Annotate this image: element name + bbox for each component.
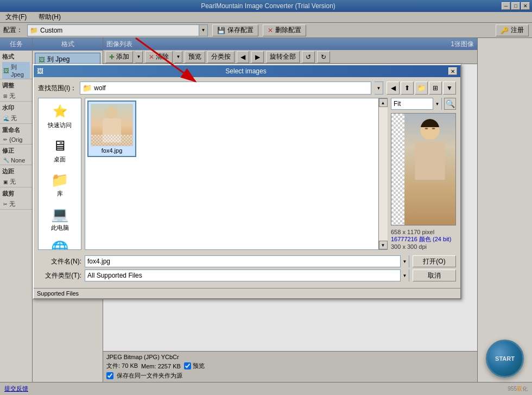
dialog-title-bar: 🖼 Select images ✕ (34, 65, 460, 77)
filetype-select[interactable]: All Supported Files ▼ (85, 269, 409, 281)
supported-files-label: Supported Files (37, 290, 79, 297)
computer-icon: 💻 (51, 205, 68, 223)
file-thumb-fox4[interactable]: fox4.jpg (87, 101, 136, 157)
sidebar-quick-access[interactable]: ⭐ 快速访问 (48, 103, 72, 129)
location-folder-icon: 📁 (83, 84, 92, 92)
sidebar-network[interactable]: 🌐 网络 (51, 240, 68, 250)
sidebar-desktop[interactable]: 🖥 桌面 (51, 137, 68, 164)
filetype-row: 文件类型(T): All Supported Files ▼ 取消 (38, 269, 456, 281)
dialog-title-icon: 🖼 (37, 67, 43, 75)
sidebar-library[interactable]: 📁 库 (51, 171, 68, 198)
dialog-nav-buttons: ◀ ⬆ 📁 ⊞ ▼ (387, 81, 456, 95)
location-label: 查找范围(I)： (38, 84, 77, 93)
filetype-value: All Supported Files (85, 272, 400, 279)
dialog-scrollbar: ▲ ▼ (378, 98, 387, 249)
scrollbar-track[interactable] (379, 107, 388, 241)
network-icon: 🌐 (51, 240, 68, 250)
image-dimensions: 658 x 1170 pixel (391, 229, 456, 235)
scrollbar-down[interactable]: ▼ (379, 241, 388, 249)
file-area-container: fox4.jpg ▲ ▼ (85, 98, 388, 250)
filetype-arrow[interactable]: ▼ (400, 269, 409, 281)
library-icon: 📁 (51, 171, 68, 189)
filename-select[interactable]: fox4.jpg ▼ (85, 255, 409, 267)
file-area[interactable]: fox4.jpg (85, 98, 378, 249)
filename-arrow[interactable]: ▼ (400, 255, 409, 267)
quick-access-icon: ⭐ (51, 103, 68, 120)
nav-view-dropdown[interactable]: ▼ (443, 81, 456, 95)
location-select[interactable]: 📁 wolf (80, 81, 371, 95)
dialog-preview-area: Fit ▼ 🔍 (391, 98, 456, 250)
preview-fit-value: Fit (391, 100, 433, 108)
dialog-sidebar: ⭐ 快速访问 🖥 桌面 📁 库 💻 此电脑 (38, 98, 81, 250)
filename-value[interactable]: fox4.jpg (85, 258, 400, 265)
open-button[interactable]: 打开(O) (413, 255, 456, 267)
image-dpi: 300 x 300 dpi (391, 243, 456, 250)
nav-back-button[interactable]: ◀ (387, 81, 400, 95)
select-images-dialog: 🖼 Select images ✕ 查找范围(I)： 📁 wolf ▼ ◀ ⬆ … (33, 64, 461, 299)
dialog-close-button[interactable]: ✕ (448, 67, 457, 75)
file-thumb-label: fox4.jpg (102, 147, 123, 154)
location-value: wolf (94, 84, 105, 92)
preview-fit-arrow[interactable]: ▼ (433, 98, 441, 110)
filename-label: 文件名(N): (38, 257, 81, 266)
location-row: 查找范围(I)： 📁 wolf ▼ ◀ ⬆ 📁 ⊞ ▼ (38, 81, 456, 95)
filetype-label: 文件类型(T): (38, 271, 81, 280)
nav-new-folder-button[interactable]: 📁 (415, 81, 428, 95)
dialog-body: 查找范围(I)： 📁 wolf ▼ ◀ ⬆ 📁 ⊞ ▼ (34, 77, 460, 288)
desktop-icon: 🖥 (51, 137, 68, 154)
dialog-bottom: 文件名(N): fox4.jpg ▼ 打开(O) 文件类型(T): All Su… (38, 253, 456, 284)
dialog-overlay: 🖼 Select images ✕ 查找范围(I)： 📁 wolf ▼ ◀ ⬆ … (0, 0, 532, 395)
image-colors: 16777216 颜色 (24 bit) (391, 235, 456, 243)
dialog-title-text: Select images (225, 67, 266, 75)
dialog-status-bar: Supported Files (34, 288, 460, 298)
preview-fit-select[interactable]: Fit ▼ (391, 98, 442, 110)
cancel-button[interactable]: 取消 (413, 269, 456, 281)
nav-view-button[interactable]: ⊞ (429, 81, 442, 95)
dialog-content-row: ⭐ 快速访问 🖥 桌面 📁 库 💻 此电脑 (38, 98, 456, 250)
sidebar-computer[interactable]: 💻 此电脑 (51, 205, 69, 232)
location-dropdown-arrow[interactable]: ▼ (375, 81, 383, 95)
preview-info: 658 x 1170 pixel 16777216 颜色 (24 bit) 30… (391, 229, 456, 250)
preview-zoom-button[interactable]: 🔍 (444, 98, 456, 110)
preview-controls: Fit ▼ 🔍 (391, 98, 456, 110)
filename-row: 文件名(N): fox4.jpg ▼ 打开(O) (38, 255, 456, 267)
preview-image-box: ✦ (391, 113, 456, 225)
scrollbar-up[interactable]: ▲ (379, 98, 388, 107)
nav-up-button[interactable]: ⬆ (401, 81, 414, 95)
